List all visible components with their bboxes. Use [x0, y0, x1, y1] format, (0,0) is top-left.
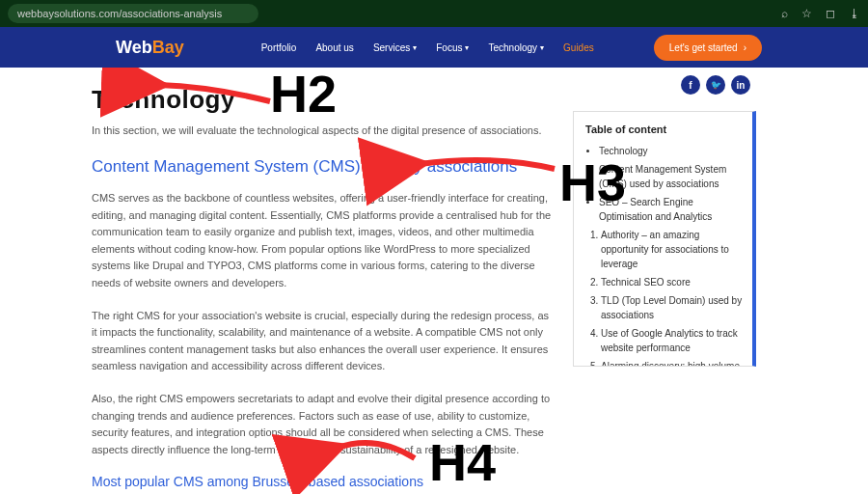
page-body: f 🐦 in Technology In this section, we wi… — [0, 68, 868, 494]
nav-guides[interactable]: Guides — [563, 42, 594, 53]
chevron-down-icon: ▾ — [465, 43, 469, 52]
paragraph: Also, the right CMS empowers secretariat… — [92, 391, 555, 458]
intro-text: In this section, we will evaluate the te… — [92, 124, 555, 136]
toc-item[interactable]: Content Management System (CMS) used by … — [599, 162, 743, 191]
heading-h4: Most popular CMS among Brussels-based as… — [92, 474, 555, 489]
nav-services[interactable]: Services▾ — [373, 42, 417, 53]
arrow-right-icon: › — [744, 42, 746, 53]
toc-subitem[interactable]: Alarming discovery: high volume of dead … — [601, 359, 743, 368]
chevron-down-icon: ▾ — [540, 43, 544, 52]
cta-label: Let's get started — [669, 42, 738, 53]
toc-subitem[interactable]: Authority – an amazing opportunity for a… — [601, 228, 743, 271]
toc-item[interactable]: SEO – Search Engine Optimisation and Ana… — [599, 195, 743, 224]
twitter-icon[interactable]: 🐦 — [706, 75, 725, 95]
paragraph: The right CMS for your association's web… — [92, 308, 555, 375]
chevron-down-icon: ▾ — [413, 43, 417, 52]
nav-portfolio[interactable]: Portfolio — [261, 42, 297, 53]
logo-text-a: Web — [116, 38, 152, 57]
heading-h2: Technology — [92, 85, 555, 115]
table-of-contents: Table of content Technology Content Mana… — [573, 111, 756, 367]
download-icon[interactable]: ⭳ — [849, 7, 860, 20]
toc-subitem[interactable]: Technical SEO score — [601, 275, 743, 289]
paragraph: CMS serves as the backbone of countless … — [92, 190, 555, 292]
nav-about[interactable]: About us — [315, 42, 353, 53]
search-icon[interactable]: ⌕ — [781, 7, 788, 20]
heading-h3: Content Management System (CMS) used by … — [92, 157, 555, 177]
star-icon[interactable]: ☆ — [801, 7, 812, 20]
social-icons: f 🐦 in — [681, 75, 750, 95]
logo[interactable]: WebBay — [116, 38, 184, 58]
article: Technology In this section, we will eval… — [92, 85, 555, 494]
facebook-icon[interactable]: f — [681, 75, 700, 95]
toc-subitem[interactable]: TLD (Top Level Domain) used by associati… — [601, 293, 743, 322]
linkedin-icon[interactable]: in — [731, 75, 750, 95]
cta-button[interactable]: Let's get started › — [654, 35, 762, 61]
site-header: WebBay Portfolio About us Services▾ Focu… — [0, 27, 868, 68]
nav-focus[interactable]: Focus▾ — [436, 42, 469, 53]
nav-technology[interactable]: Technology▾ — [488, 42, 544, 53]
url-text: webbaysolutions.com/associations-analysi… — [17, 8, 222, 19]
toc-title: Table of content — [585, 122, 743, 138]
toc-subitem[interactable]: Use of Google Analytics to track website… — [601, 326, 743, 355]
toc-item[interactable]: Technology — [599, 144, 743, 158]
address-bar[interactable]: webbaysolutions.com/associations-analysi… — [8, 4, 258, 23]
logo-text-b: Bay — [152, 38, 184, 57]
browser-chrome: webbaysolutions.com/associations-analysi… — [0, 0, 868, 27]
extension-icon[interactable]: ◻ — [826, 7, 835, 20]
main-nav: Portfolio About us Services▾ Focus▾ Tech… — [261, 42, 594, 53]
